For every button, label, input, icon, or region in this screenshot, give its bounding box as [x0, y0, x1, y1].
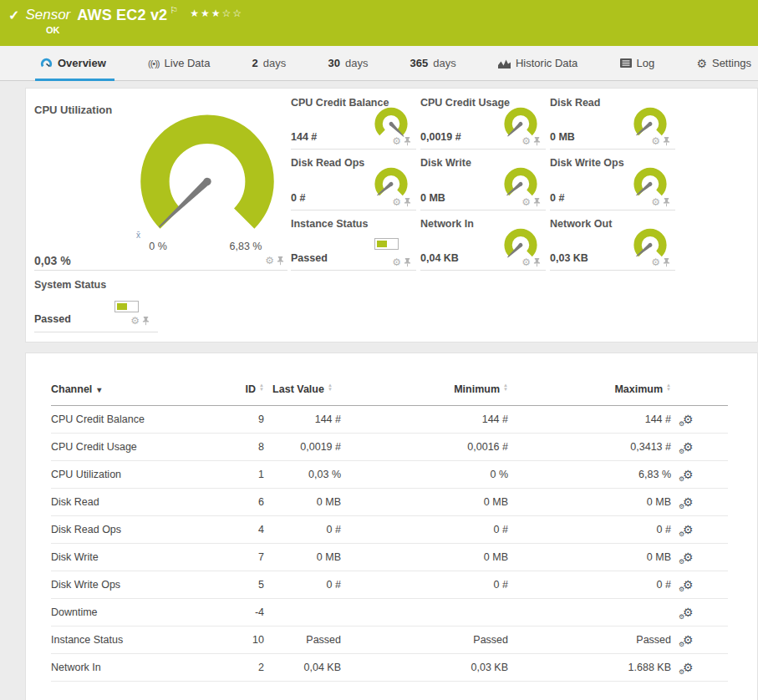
channel-settings-gear-icon[interactable]: ⚙⚙	[683, 413, 694, 426]
tab-historic-data[interactable]: Historic Data	[498, 46, 577, 80]
tile-title: System Status	[34, 279, 106, 291]
tile-gear-icon[interactable]: ⚙	[521, 136, 531, 146]
channel-name: CPU Credit Usage	[51, 434, 210, 461]
tab-live-data[interactable]: ((•)) Live Data	[148, 46, 210, 80]
gauge-tile-cpu-utilization[interactable]: CPU Utilization x̄ 0 % 6,83 % 0,03 % ⚙	[34, 97, 287, 271]
tile-gear-icon[interactable]: ⚙	[392, 197, 401, 207]
channel-name: CPU Utilization	[51, 461, 210, 489]
table-row: Network In 2 0,04 KB 0,03 KB 1.688 KB ⚙⚙	[51, 654, 728, 682]
column-header-minimum[interactable]: Minimum▲▼	[341, 377, 508, 406]
channel-settings-gear-icon[interactable]: ⚙⚙	[683, 551, 694, 564]
tile-gear-icon[interactable]: ⚙	[651, 257, 660, 267]
small-gauge	[627, 104, 674, 139]
gauge-tile-cpu-credit-balance[interactable]: CPU Credit Balance 144 # ⚙	[291, 95, 416, 150]
table-row: Downtime -4 ⚙⚙	[51, 599, 728, 626]
tile-pin-icon[interactable]	[142, 317, 150, 326]
historic-chart-icon	[498, 58, 511, 68]
gauge-tile-disk-write[interactable]: Disk Write 0 MB ⚙	[420, 155, 546, 211]
status-indicator-bar	[114, 301, 139, 312]
small-gauge	[497, 104, 544, 139]
channel-name: Disk Write Ops	[51, 571, 210, 599]
small-gauge	[497, 225, 544, 261]
tile-pin-icon[interactable]	[663, 258, 670, 267]
tile-gear-icon[interactable]: ⚙	[392, 257, 401, 267]
priority-stars[interactable]: ★★★☆☆	[190, 8, 243, 19]
page-content: CPU Utilization x̄ 0 % 6,83 % 0,03 % ⚙	[0, 81, 758, 700]
log-list-icon	[620, 58, 632, 68]
channel-settings-gear-icon[interactable]: ⚙⚙	[683, 579, 694, 591]
sensor-status-badge: OK	[46, 25, 60, 35]
tile-gear-icon[interactable]: ⚙	[521, 257, 531, 267]
gauge-tile-instance-status[interactable]: Instance Status Passed ⚙	[291, 216, 416, 271]
filter-caret-icon: ▾	[97, 385, 101, 394]
channel-name: Network In	[51, 654, 210, 682]
tab-365-days[interactable]: 365 days	[410, 46, 456, 80]
gauge-tile-disk-write-ops[interactable]: Disk Write Ops 0 # ⚙	[550, 155, 675, 211]
gauge-tile-disk-read[interactable]: Disk Read 0 MB ⚙	[550, 95, 675, 150]
small-gauge	[497, 164, 544, 200]
tile-pin-icon[interactable]	[533, 137, 541, 146]
tab-overview[interactable]: Overview	[40, 46, 106, 80]
channel-name: CPU Credit Balance	[51, 406, 210, 434]
channel-name: Disk Read Ops	[51, 516, 210, 544]
gauge-tile-network-in[interactable]: Network In 0,04 KB ⚙	[420, 216, 546, 271]
tab-2-days[interactable]: 2 days	[252, 46, 287, 80]
status-check-icon: ✓	[8, 8, 19, 23]
table-row: CPU Credit Balance 9 144 # 144 # 144 # ⚙…	[51, 406, 728, 434]
tile-pin-icon[interactable]	[533, 198, 541, 207]
column-header-last-value[interactable]: Last Value▲▼	[264, 377, 341, 406]
live-data-icon: ((•))	[148, 58, 160, 68]
tab-settings[interactable]: ⚙ Settings	[696, 46, 751, 80]
tile-gear-icon[interactable]: ⚙	[651, 197, 660, 207]
tile-gear-icon[interactable]: ⚙	[265, 256, 274, 266]
tab-bar: Overview ((•)) Live Data 2 days 30 days …	[0, 46, 758, 81]
small-gauge	[368, 164, 415, 200]
tile-title: CPU Utilization	[34, 104, 112, 116]
tab-30-days[interactable]: 30 days	[328, 46, 368, 80]
gauge-tile-cpu-credit-usage[interactable]: CPU Credit Usage 0,0019 # ⚙	[420, 95, 546, 150]
column-header-channel[interactable]: Channel▾	[51, 377, 210, 406]
table-row: Disk Read 6 0 MB 0 MB 0 MB ⚙⚙	[51, 489, 728, 516]
tile-pin-icon[interactable]	[404, 198, 411, 207]
tile-gear-icon[interactable]: ⚙	[521, 197, 531, 207]
sort-icon: ▲▼	[328, 383, 333, 392]
sensor-prefix: Sensor	[25, 7, 70, 23]
tile-pin-icon[interactable]	[404, 137, 411, 146]
tile-pin-icon[interactable]	[533, 258, 541, 267]
status-indicator-bar	[374, 238, 399, 250]
tile-actions: ⚙	[265, 256, 284, 266]
gauge-tile-disk-read-ops[interactable]: Disk Read Ops 0 # ⚙	[291, 155, 416, 211]
channel-settings-gear-icon[interactable]: ⚙⚙	[683, 469, 694, 481]
settings-gear-icon: ⚙	[696, 58, 707, 69]
column-header-maximum[interactable]: Maximum▲▼	[508, 377, 671, 406]
tile-pin-icon[interactable]	[663, 198, 670, 207]
tile-gear-icon[interactable]: ⚙	[392, 136, 401, 146]
channel-settings-gear-icon[interactable]: ⚙⚙	[683, 496, 694, 509]
table-row: CPU Credit Usage 8 0,0019 # 0,0016 # 0,3…	[51, 434, 728, 461]
tile-pin-icon[interactable]	[663, 137, 670, 146]
flag-icon[interactable]: ⚐	[170, 5, 178, 16]
tile-pin-icon[interactable]	[277, 256, 284, 266]
table-row: Disk Write Ops 5 0 # 0 # 0 # ⚙⚙	[51, 571, 728, 599]
channel-settings-gear-icon[interactable]: ⚙⚙	[683, 634, 694, 647]
small-gauge	[627, 164, 674, 200]
gauge-tile-system-status[interactable]: System Status Passed ⚙	[34, 274, 158, 332]
channel-name: Disk Write	[51, 544, 210, 571]
gauge-icon	[40, 58, 53, 68]
channel-settings-gear-icon[interactable]: ⚙⚙	[683, 441, 694, 454]
channel-settings-gear-icon[interactable]: ⚙⚙	[683, 606, 694, 619]
channel-name: Downtime	[51, 599, 210, 626]
tab-log[interactable]: Log	[620, 46, 655, 80]
sort-icon: ▲▼	[503, 383, 508, 392]
table-row: Disk Read Ops 4 0 # 0 # 0 # ⚙⚙	[51, 516, 728, 544]
gauge-tile-network-out[interactable]: Network Out 0,03 KB ⚙	[550, 216, 675, 271]
tile-gear-icon[interactable]: ⚙	[651, 136, 660, 146]
tile-gear-icon[interactable]: ⚙	[130, 316, 140, 326]
tile-pin-icon[interactable]	[404, 258, 411, 267]
column-header-id[interactable]: ID▲▼	[210, 377, 264, 406]
sensor-title: AWS EC2 v2	[77, 7, 167, 24]
table-header-row: Channel▾ ID▲▼ Last Value▲▼ Minimum▲▼ Max…	[51, 377, 728, 406]
channel-table-panel: Channel▾ ID▲▼ Last Value▲▼ Minimum▲▼ Max…	[25, 353, 758, 700]
channel-settings-gear-icon[interactable]: ⚙⚙	[683, 524, 694, 536]
channel-settings-gear-icon[interactable]: ⚙⚙	[683, 662, 694, 674]
